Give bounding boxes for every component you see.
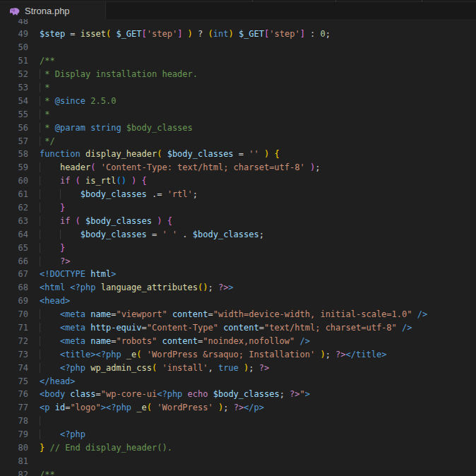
- line-number: 58: [0, 148, 28, 161]
- code-line[interactable]: 79 <?php: [0, 428, 476, 441]
- line-number: 71: [0, 321, 28, 335]
- code-line[interactable]: 55 *: [0, 108, 476, 121]
- code-text: <html <?php language_attributes(); ?>>: [40, 281, 234, 294]
- code-text: <meta name="viewport" content="width=dev…: [40, 308, 427, 321]
- line-number: 55: [0, 108, 28, 121]
- top-edge-tick: [252, 0, 253, 2]
- code-line[interactable]: 71 <meta http-equiv="Content-Type" conte…: [0, 321, 476, 335]
- code-line[interactable]: 80} // End display_header().: [0, 441, 476, 455]
- line-number: 54: [0, 95, 28, 108]
- indent-guide: [40, 162, 60, 172]
- code-text: $body_classes .= 'rtl';: [40, 188, 198, 201]
- line-number: 70: [0, 308, 28, 321]
- code-line[interactable]: 49$step = isset( $_GET['step'] ) ? (int)…: [0, 28, 476, 41]
- code-line[interactable]: 61 $body_classes .= 'rtl';: [0, 188, 476, 201]
- code-text: * @since 2.5.0: [40, 95, 116, 108]
- code-text: $body_classes = ' ' . $body_classes;: [40, 228, 264, 242]
- indent-guide: [40, 309, 60, 319]
- tab-bar: Strona.php: [0, 0, 476, 19]
- code-text: if ( $body_classes ) {: [40, 215, 172, 228]
- code-line[interactable]: 81: [0, 455, 476, 468]
- line-number: 75: [0, 375, 28, 388]
- code-line[interactable]: 69<head>: [0, 294, 476, 308]
- indent-guide: [40, 323, 60, 333]
- indent-guide: [40, 416, 60, 426]
- tab-strona-php[interactable]: Strona.php: [0, 2, 106, 19]
- line-number: 51: [0, 54, 28, 68]
- line-number: 64: [0, 228, 28, 242]
- indent-guide: [40, 350, 60, 359]
- code-text: } // End display_header().: [40, 441, 172, 455]
- php-elephant-icon: [9, 6, 20, 16]
- top-edge-tick: [422, 0, 422, 2]
- code-line[interactable]: 53 *: [0, 81, 476, 95]
- code-line[interactable]: 76<body class="wp-core-ui<?php echo $bod…: [0, 388, 476, 401]
- code-line[interactable]: 72 <meta name="robots" content="noindex,…: [0, 335, 476, 348]
- code-text: <body class="wp-core-ui<?php echo $body_…: [40, 388, 310, 401]
- code-line[interactable]: 60 if ( is_rtl() ) {: [0, 174, 476, 188]
- line-number: 62: [0, 201, 28, 215]
- line-number: 57: [0, 135, 28, 148]
- indent-guide: [40, 230, 60, 239]
- code-text: if ( is_rtl() ) {: [40, 174, 147, 188]
- indent-guide: [40, 336, 60, 346]
- editor[interactable]: 4849$step = isset( $_GET['step'] ) ? (in…: [0, 19, 476, 476]
- indent-guide: [40, 363, 60, 373]
- code-line[interactable]: 51/**: [0, 54, 476, 68]
- code-line[interactable]: 63 if ( $body_classes ) {: [0, 215, 476, 228]
- code-line[interactable]: 57 */: [0, 135, 476, 148]
- code-text: </head>: [40, 375, 76, 388]
- code-text: <meta http-equiv="Content-Type" content=…: [40, 321, 412, 335]
- code-text: header( 'Content-Type: text/html; charse…: [40, 161, 320, 174]
- code-line[interactable]: 70 <meta name="viewport" content="width=…: [0, 308, 476, 321]
- code-line[interactable]: 78: [0, 415, 476, 428]
- line-number: 72: [0, 335, 28, 348]
- line-number: 61: [0, 188, 28, 201]
- line-number: 52: [0, 68, 28, 81]
- line-number: 73: [0, 348, 28, 362]
- code-line[interactable]: 66 ?>: [0, 255, 476, 268]
- indent-guide: [40, 203, 60, 213]
- tab-label: Strona.php: [25, 6, 70, 16]
- code-text: <p id="logo"><?php _e( 'WordPress' ); ?>…: [40, 401, 264, 415]
- code-text: }: [40, 201, 65, 215]
- code-text: <!DOCTYPE html>: [40, 268, 116, 281]
- code-text: ?>: [40, 255, 70, 268]
- code-line[interactable]: 50: [0, 41, 476, 54]
- code-line[interactable]: 75</head>: [0, 375, 476, 388]
- code-text: * @param string $body_classes: [40, 121, 193, 135]
- indent-guide: [40, 243, 60, 253]
- code-text: <?php wp_admin_css( 'install', true ); ?…: [40, 362, 269, 375]
- code-line[interactable]: 68<html <?php language_attributes(); ?>>: [0, 281, 476, 294]
- line-number: 76: [0, 388, 28, 401]
- code-line[interactable]: 48: [0, 19, 476, 28]
- code-text: *: [40, 108, 49, 121]
- indent-guide: [60, 230, 81, 239]
- code-line[interactable]: 67<!DOCTYPE html>: [0, 268, 476, 281]
- code-line[interactable]: 77<p id="logo"><?php _e( 'WordPress' ); …: [0, 401, 476, 415]
- code-line[interactable]: 56 * @param string $body_classes: [0, 121, 476, 135]
- code-line[interactable]: 52 * Display installation header.: [0, 68, 476, 81]
- code-text: * Display installation header.: [40, 68, 198, 81]
- code-line[interactable]: 65 }: [0, 242, 476, 255]
- line-number: 82: [0, 468, 28, 476]
- code-text: <title><?php _e( 'WordPress &rsaquo; Ins…: [40, 348, 386, 362]
- code-line[interactable]: 73 <title><?php _e( 'WordPress &rsaquo; …: [0, 348, 476, 362]
- line-number: 48: [0, 19, 28, 28]
- line-number: 56: [0, 121, 28, 135]
- code-line[interactable]: 62 }: [0, 201, 476, 215]
- code-text: function display_header( $body_classes =…: [40, 148, 280, 161]
- indent-guide: [40, 189, 60, 199]
- code-line[interactable]: 74 <?php wp_admin_css( 'install', true )…: [0, 362, 476, 375]
- code-line[interactable]: 59 header( 'Content-Type: text/html; cha…: [0, 161, 476, 174]
- code-line[interactable]: 64 $body_classes = ' ' . $body_classes;: [0, 228, 476, 242]
- code-line[interactable]: 58function display_header( $body_classes…: [0, 148, 476, 161]
- line-number: 81: [0, 455, 28, 468]
- code-text: /**: [40, 468, 55, 476]
- code-line[interactable]: 54 * @since 2.5.0: [0, 95, 476, 108]
- line-number: 49: [0, 28, 28, 41]
- code-text: */: [40, 135, 55, 148]
- code-text: <head>: [40, 294, 70, 308]
- line-number: 63: [0, 215, 28, 228]
- code-line[interactable]: 82/**: [0, 468, 476, 476]
